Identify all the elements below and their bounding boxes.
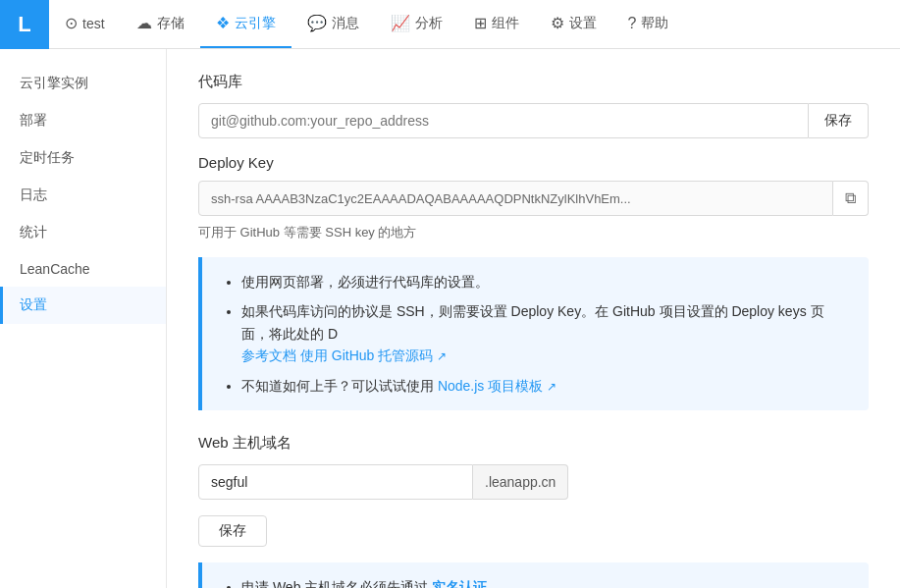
sidebar-item-leancache[interactable]: LeanCache bbox=[0, 251, 166, 287]
test-nav-label: test bbox=[82, 16, 105, 31]
test-nav-icon: ⊙ bbox=[65, 14, 78, 32]
hostname-info-item-1: 申请 Web 主机域名必须先通过 实名认证 bbox=[241, 576, 849, 588]
storage-nav-label: 存储 bbox=[157, 15, 185, 32]
hostname-row: .leanapp.cn bbox=[198, 464, 869, 500]
real-name-link[interactable]: 实名认证 bbox=[432, 579, 487, 588]
deploy-key-row: ⧉ bbox=[198, 181, 869, 216]
copy-icon: ⧉ bbox=[845, 189, 856, 207]
hostname-info-text: 申请 Web 主机域名必须先通过 bbox=[241, 579, 432, 588]
sidebar-item-deploy[interactable]: 部署 bbox=[0, 102, 166, 139]
top-nav: L ⊙test☁存储❖云引擎💬消息📈分析⊞组件⚙设置?帮助 bbox=[0, 0, 900, 49]
nav-item-components[interactable]: ⊞组件 bbox=[458, 0, 535, 48]
nav-item-cloud-engine[interactable]: ❖云引擎 bbox=[200, 0, 291, 48]
info-text-3: 不知道如何上手？可以试试使用 bbox=[241, 378, 438, 394]
repo-save-button[interactable]: 保存 bbox=[809, 103, 869, 138]
info-item-3: 不知道如何上手？可以试试使用 Node.js 项目模板 bbox=[241, 375, 849, 397]
sidebar-label-settings: 设置 bbox=[20, 296, 47, 314]
components-nav-label: 组件 bbox=[492, 15, 519, 32]
layout: 云引擎实例部署定时任务日志统计LeanCache设置 代码库 保存 Deploy… bbox=[0, 49, 900, 588]
github-docs-link[interactable]: 参考文档 使用 GitHub 托管源码 bbox=[241, 347, 447, 363]
help-nav-icon: ? bbox=[628, 15, 637, 32]
settings-nav-label: 设置 bbox=[569, 15, 597, 32]
repo-input[interactable] bbox=[198, 103, 809, 138]
help-nav-label: 帮助 bbox=[641, 15, 668, 32]
hostname-suffix: .leanapp.cn bbox=[473, 464, 568, 500]
repo-section-title: 代码库 bbox=[198, 73, 869, 91]
info-text-1: 使用网页部署，必须进行代码库的设置。 bbox=[241, 274, 489, 290]
deploy-key-title: Deploy Key bbox=[198, 154, 869, 171]
nav-item-help[interactable]: ?帮助 bbox=[612, 0, 685, 48]
sidebar-label-instances: 云引擎实例 bbox=[20, 75, 88, 92]
sidebar-label-stats: 统计 bbox=[20, 224, 47, 241]
nodejs-template-link[interactable]: Node.js 项目模板 bbox=[438, 378, 556, 394]
nav-item-test[interactable]: ⊙test bbox=[49, 0, 121, 48]
sidebar-item-instances[interactable]: 云引擎实例 bbox=[0, 65, 166, 102]
hostname-section-title: Web 主机域名 bbox=[198, 434, 869, 453]
message-nav-label: 消息 bbox=[332, 15, 359, 32]
info-box: 使用网页部署，必须进行代码库的设置。 如果代码库访问的协议是 SSH，则需要设置… bbox=[198, 257, 869, 410]
copy-button[interactable]: ⧉ bbox=[833, 181, 869, 216]
storage-nav-icon: ☁ bbox=[136, 14, 152, 32]
info-list: 使用网页部署，必须进行代码库的设置。 如果代码库访问的协议是 SSH，则需要设置… bbox=[222, 271, 849, 397]
hostname-info-list: 申请 Web 主机域名必须先通过 实名认证 bbox=[222, 576, 849, 588]
sidebar-label-cron: 定时任务 bbox=[20, 149, 75, 167]
sidebar-label-deploy: 部署 bbox=[20, 112, 47, 130]
nav-item-settings[interactable]: ⚙设置 bbox=[535, 0, 612, 48]
cloud-engine-nav-icon: ❖ bbox=[216, 14, 230, 32]
logo[interactable]: L bbox=[0, 0, 49, 49]
sidebar-label-logs: 日志 bbox=[20, 187, 47, 204]
repo-input-row: 保存 bbox=[198, 103, 869, 138]
sidebar-item-cron[interactable]: 定时任务 bbox=[0, 139, 166, 177]
info-item-2: 如果代码库访问的协议是 SSH，则需要设置 Deploy Key。在 GitHu… bbox=[241, 300, 849, 366]
analytics-nav-icon: 📈 bbox=[391, 14, 410, 32]
sidebar-item-settings[interactable]: 设置 bbox=[0, 287, 166, 324]
settings-nav-icon: ⚙ bbox=[551, 14, 564, 32]
hostname-info-box: 申请 Web 主机域名必须先通过 实名认证 bbox=[198, 562, 869, 588]
message-nav-icon: 💬 bbox=[307, 14, 327, 32]
nav-item-storage[interactable]: ☁存储 bbox=[121, 0, 200, 48]
sidebar-item-stats[interactable]: 统计 bbox=[0, 214, 166, 251]
sidebar-item-logs[interactable]: 日志 bbox=[0, 177, 166, 214]
nav-item-message[interactable]: 💬消息 bbox=[291, 0, 375, 48]
sidebar-label-leancache: LeanCache bbox=[20, 261, 90, 277]
info-item-1: 使用网页部署，必须进行代码库的设置。 bbox=[241, 271, 849, 293]
ssh-hint: 可用于 GitHub 等需要 SSH key 的地方 bbox=[198, 224, 869, 241]
cloud-engine-nav-label: 云引擎 bbox=[235, 15, 276, 32]
info-text-2: 如果代码库访问的协议是 SSH，则需要设置 Deploy Key。在 GitHu… bbox=[241, 303, 824, 341]
deploy-key-input[interactable] bbox=[198, 181, 833, 216]
sidebar: 云引擎实例部署定时任务日志统计LeanCache设置 bbox=[0, 49, 167, 588]
hostname-input[interactable] bbox=[198, 464, 473, 500]
nav-items: ⊙test☁存储❖云引擎💬消息📈分析⊞组件⚙设置?帮助 bbox=[49, 0, 900, 48]
components-nav-icon: ⊞ bbox=[474, 14, 487, 32]
hostname-save-button[interactable]: 保存 bbox=[198, 515, 267, 547]
analytics-nav-label: 分析 bbox=[415, 15, 443, 32]
nav-item-analytics[interactable]: 📈分析 bbox=[375, 0, 458, 48]
main-content: 代码库 保存 Deploy Key ⧉ 可用于 GitHub 等需要 SSH k… bbox=[167, 49, 900, 588]
